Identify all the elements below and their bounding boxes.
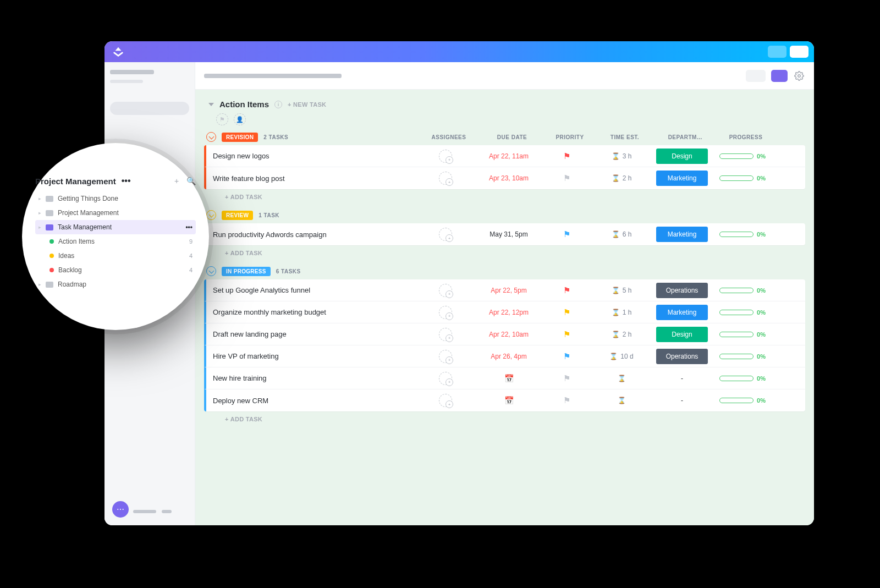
window-controls[interactable]: [768, 46, 809, 58]
gear-icon[interactable]: [793, 70, 805, 82]
add-task-button[interactable]: + ADD TASK: [204, 189, 805, 200]
task-board: Action Items i + NEW TASK ⚑ 👤 REVISION2 …: [195, 90, 814, 525]
department-badge[interactable]: Operations: [652, 349, 712, 364]
window-button[interactable]: [768, 46, 787, 58]
due-date[interactable]: 📅: [476, 374, 542, 383]
task-row[interactable]: Deploy new CRM📅⚑⌛-0%: [204, 389, 805, 411]
task-row[interactable]: Organize monthly marketing budgetApr 22,…: [204, 301, 805, 323]
department-badge[interactable]: Marketing: [652, 227, 712, 242]
time-estimate[interactable]: ⌛2 h: [591, 331, 652, 338]
assignee-add-icon[interactable]: [439, 284, 452, 297]
assignee-add-icon[interactable]: [439, 394, 452, 407]
due-date[interactable]: Apr 22, 10am: [476, 331, 542, 338]
list-item[interactable]: Action Items9: [35, 234, 196, 249]
more-icon[interactable]: •••: [120, 176, 132, 186]
folder-item[interactable]: ▸Task Management•••: [35, 220, 196, 234]
time-estimate[interactable]: ⌛3 h: [591, 152, 652, 160]
task-row[interactable]: Draft new landing pageApr 22, 10am⚑⌛2 hD…: [204, 323, 805, 345]
time-estimate[interactable]: ⌛5 h: [591, 287, 652, 294]
due-date[interactable]: 📅: [476, 396, 542, 405]
due-date[interactable]: Apr 22, 5pm: [476, 287, 542, 294]
priority-flag-icon[interactable]: ⚑: [542, 351, 591, 361]
status-chip[interactable]: REVISION: [222, 133, 258, 142]
priority-flag-icon[interactable]: ⚑: [542, 395, 591, 405]
more-icon[interactable]: •••: [185, 223, 193, 231]
assignee-add-icon[interactable]: [439, 372, 452, 385]
priority-flag-icon[interactable]: ⚑: [542, 229, 591, 239]
status-chip[interactable]: REVIEW: [222, 211, 253, 220]
group-toggle-icon[interactable]: [206, 132, 216, 142]
time-estimate[interactable]: ⌛1 h: [591, 309, 652, 316]
list-item[interactable]: Ideas4: [35, 249, 196, 263]
title-bar: [105, 41, 814, 62]
list-item[interactable]: Backlog4: [35, 263, 196, 277]
department-badge[interactable]: Design: [652, 327, 712, 342]
time-estimate[interactable]: ⌛: [591, 375, 652, 382]
department-badge[interactable]: Marketing: [652, 171, 712, 186]
department-badge[interactable]: -: [652, 371, 712, 386]
sidebar-search[interactable]: [110, 102, 189, 115]
search-icon[interactable]: 🔍: [186, 177, 196, 185]
priority-flag-icon[interactable]: ⚑: [542, 307, 591, 317]
time-estimate[interactable]: ⌛6 h: [591, 230, 652, 238]
info-icon[interactable]: i: [274, 101, 282, 108]
add-task-button[interactable]: + ADD TASK: [204, 245, 805, 256]
time-estimate[interactable]: ⌛2 h: [591, 174, 652, 182]
time-estimate[interactable]: ⌛10 d: [591, 353, 652, 360]
department-badge[interactable]: Marketing: [652, 305, 712, 320]
sidebar-footer: [133, 510, 172, 513]
status-chip[interactable]: IN PROGRESS: [222, 267, 271, 276]
progress-pill[interactable]: 0%: [712, 375, 773, 382]
time-estimate[interactable]: ⌛: [591, 397, 652, 404]
task-row[interactable]: New hire training📅⚑⌛-0%: [204, 367, 805, 389]
progress-pill[interactable]: 0%: [712, 309, 773, 316]
folder-item[interactable]: ▸Project Management: [35, 206, 196, 220]
due-date[interactable]: May 31, 5pm: [476, 230, 542, 238]
due-date[interactable]: Apr 22, 11am: [476, 152, 542, 160]
task-row[interactable]: Set up Google Analytics funnelApr 22, 5p…: [204, 279, 805, 301]
progress-pill[interactable]: 0%: [712, 287, 773, 294]
priority-flag-icon[interactable]: ⚑: [542, 173, 591, 183]
progress-pill[interactable]: 0%: [712, 397, 773, 404]
assignee-add-icon[interactable]: [439, 306, 452, 319]
task-row[interactable]: Run productivity Adwords campaignMay 31,…: [204, 223, 805, 245]
task-row[interactable]: Design new logosApr 22, 11am⚑⌛3 hDesign0…: [204, 145, 805, 167]
folder-item[interactable]: ▸Roadmap: [35, 277, 196, 292]
add-task-button[interactable]: + ADD TASK: [204, 411, 805, 422]
priority-flag-icon[interactable]: ⚑: [542, 285, 591, 295]
window-button[interactable]: [790, 46, 809, 58]
add-icon[interactable]: +: [172, 177, 182, 185]
due-date[interactable]: Apr 22, 12pm: [476, 309, 542, 316]
view-toolbar: [195, 62, 814, 90]
flag-placeholder-icon[interactable]: ⚑: [216, 113, 228, 125]
progress-pill[interactable]: 0%: [712, 353, 773, 360]
toolbar-primary-button[interactable]: [771, 70, 788, 82]
assignee-add-icon[interactable]: [439, 350, 452, 363]
due-date[interactable]: Apr 26, 4pm: [476, 353, 542, 360]
assignee-add-icon[interactable]: [439, 328, 452, 341]
priority-flag-icon[interactable]: ⚑: [542, 329, 591, 339]
task-row[interactable]: Hire VP of marketingApr 26, 4pm⚑⌛10 dOpe…: [204, 345, 805, 367]
toolbar-button[interactable]: [746, 70, 766, 82]
department-badge[interactable]: Operations: [652, 283, 712, 298]
assignee-placeholder-icon[interactable]: 👤: [234, 113, 246, 125]
chat-fab-icon[interactable]: [112, 501, 129, 518]
new-task-button[interactable]: + NEW TASK: [288, 101, 326, 108]
department-badge[interactable]: Design: [652, 149, 712, 164]
progress-pill[interactable]: 0%: [712, 331, 773, 338]
priority-flag-icon[interactable]: ⚑: [542, 373, 591, 383]
progress-pill[interactable]: 0%: [712, 153, 773, 160]
group-toggle-icon[interactable]: [206, 210, 216, 220]
progress-pill[interactable]: 0%: [712, 231, 773, 238]
group-toggle-icon[interactable]: [206, 266, 216, 276]
assignee-add-icon[interactable]: [439, 150, 452, 163]
due-date[interactable]: Apr 23, 10am: [476, 174, 542, 182]
collapse-caret-icon[interactable]: [208, 103, 214, 106]
task-row[interactable]: Write feature blog postApr 23, 10am⚑⌛2 h…: [204, 167, 805, 189]
assignee-add-icon[interactable]: [439, 172, 452, 185]
priority-flag-icon[interactable]: ⚑: [542, 151, 591, 161]
folder-item[interactable]: ▸Getting Things Done: [35, 191, 196, 206]
assignee-add-icon[interactable]: [439, 228, 452, 241]
progress-pill[interactable]: 0%: [712, 175, 773, 182]
department-badge[interactable]: -: [652, 393, 712, 408]
